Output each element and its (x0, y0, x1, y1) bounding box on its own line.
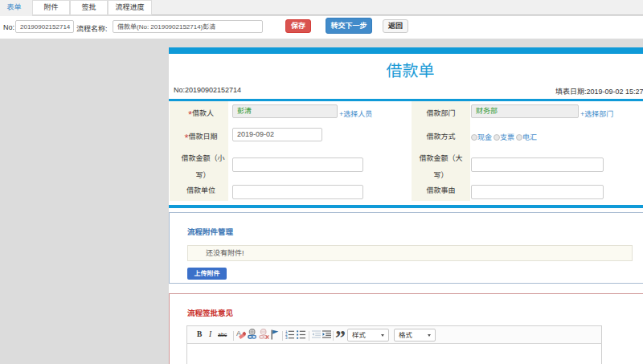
svg-text:3: 3 (285, 336, 288, 339)
